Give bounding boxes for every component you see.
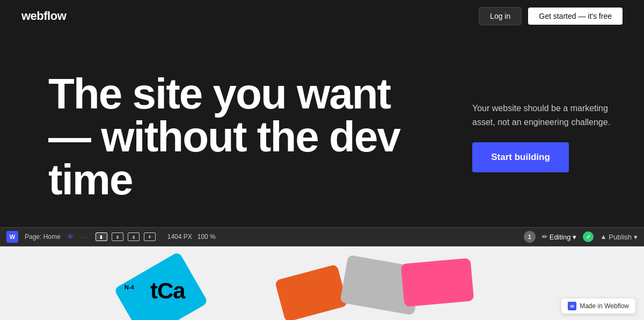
card-label-n4: N-4 bbox=[125, 284, 134, 290]
tablet-view-icon[interactable]: ▮ bbox=[112, 232, 123, 241]
px-display: 1404 PX 100 % bbox=[167, 233, 216, 241]
publish-chevron-icon: ▾ bbox=[634, 233, 638, 241]
pencil-icon: ✏ bbox=[542, 233, 547, 241]
visibility-icon[interactable]: 👁 bbox=[67, 233, 74, 241]
hero-left: The site you want — without the dev time bbox=[48, 72, 462, 201]
nav-buttons: Log in Get started — it's free bbox=[479, 7, 623, 25]
publish-button[interactable]: ▲ Publish ▾ bbox=[600, 233, 638, 241]
hero-headline: The site you want — without the dev time bbox=[48, 72, 424, 201]
view-mode-icons: ▮ ▮ ▮ ▮ bbox=[96, 232, 156, 241]
login-button[interactable]: Log in bbox=[479, 7, 522, 25]
publish-label: Publish bbox=[609, 233, 632, 241]
landscape-view-icon[interactable]: ▮ bbox=[128, 232, 140, 241]
card-pink bbox=[401, 258, 474, 307]
webflow-logo: webflow bbox=[21, 9, 66, 23]
editor-logo-letter: W bbox=[10, 234, 15, 240]
editing-button[interactable]: ✏ Editing ▾ bbox=[542, 233, 577, 241]
status-dot: ✓ bbox=[583, 231, 594, 242]
desktop-view-icon[interactable]: ▮ bbox=[96, 232, 107, 241]
badge-text: Made in Webflow bbox=[580, 302, 629, 310]
chevron-down-icon: ▾ bbox=[573, 233, 576, 241]
person-icon: ▲ bbox=[600, 233, 606, 241]
user-avatar: 1 bbox=[524, 231, 536, 243]
hero-section: The site you want — without the dev time… bbox=[0, 32, 644, 242]
card-big-text: tCa bbox=[150, 278, 185, 304]
check-icon: ✓ bbox=[586, 234, 591, 241]
editor-logo: W bbox=[6, 231, 18, 243]
get-started-button[interactable]: Get started — it's free bbox=[528, 8, 623, 25]
badge-logo: w bbox=[568, 302, 576, 310]
mobile-view-icon[interactable]: ▮ bbox=[144, 232, 156, 241]
navbar: webflow Log in Get started — it's free bbox=[0, 0, 644, 32]
preview-area: N-4 tCa w Made in Webflow bbox=[0, 246, 644, 320]
editor-bar-right: 1 ✏ Editing ▾ ✓ ▲ Publish ▾ bbox=[524, 231, 638, 243]
hero-subtext: Your website should be a marketing asset… bbox=[472, 101, 623, 129]
page-label: Page: Home bbox=[25, 233, 61, 241]
editor-bar: W Page: Home 👁 ⋯ ▮ ▮ ▮ ▮ 1404 PX 100 % 1… bbox=[0, 227, 644, 246]
hero-right: Your website should be a marketing asset… bbox=[462, 101, 623, 172]
start-building-button[interactable]: Start building bbox=[472, 142, 569, 172]
separator: ⋯ bbox=[80, 232, 89, 242]
made-in-webflow-badge[interactable]: w Made in Webflow bbox=[561, 299, 635, 314]
editing-label: Editing bbox=[550, 233, 571, 241]
card-orange bbox=[275, 264, 348, 320]
